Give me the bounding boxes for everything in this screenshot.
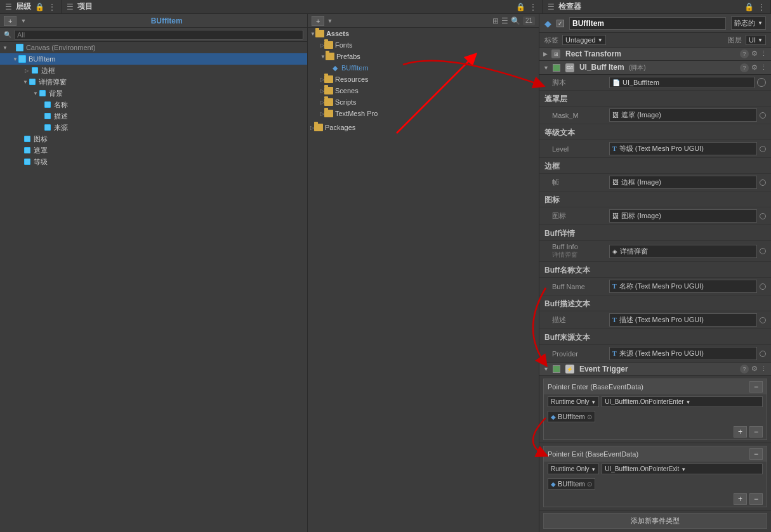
- project-item-resources[interactable]: ▷ Resources: [308, 74, 539, 85]
- pointer-enter-runtime-dropdown[interactable]: Runtime Only ▼: [548, 396, 599, 407]
- field-buff-name-circle[interactable]: [760, 283, 766, 290]
- tree-item-border[interactable]: ▷ 边框: [0, 65, 307, 76]
- field-buff-info-value[interactable]: ◈ 详情弹窗: [609, 245, 757, 258]
- field-frame-circle[interactable]: [760, 179, 766, 186]
- buff-source-icon: T: [612, 350, 617, 357]
- pointer-exit-remove-btn[interactable]: −: [749, 448, 763, 460]
- pointer-enter-object-field[interactable]: ◆ BUffItem ⊙: [548, 411, 595, 422]
- tree-item-source[interactable]: 来源: [0, 122, 307, 133]
- pointer-enter-obj-icon: ◆: [551, 413, 556, 420]
- field-buff-desc-value[interactable]: T 描述 (Text Mesh Pro UGUI): [609, 313, 757, 327]
- field-buff-desc-circle[interactable]: [760, 317, 766, 323]
- ui-buff-checkbox[interactable]: [553, 64, 560, 72]
- project-item-packages[interactable]: ▷ Packages: [308, 122, 539, 133]
- field-level-label: Level: [552, 145, 609, 153]
- ui-buff-item-header[interactable]: ▼ C# UI_Buff Item (脚本) ? ⚙ ⋮: [539, 61, 771, 75]
- pointer-enter-remove-btn[interactable]: −: [749, 381, 763, 393]
- tree-item-level[interactable]: 等级: [0, 156, 307, 167]
- background-arrow: ▼: [33, 91, 38, 96]
- layer-dropdown[interactable]: UI ▼: [746, 35, 766, 45]
- field-buff-name-label: Buff Name: [552, 283, 609, 290]
- rect-gear-icon: ⚙: [751, 49, 758, 58]
- field-level-value[interactable]: T 等级 (Text Mesh Pro UGUI): [609, 142, 757, 155]
- tree-item-detail-popup[interactable]: ▼ 详情弹窗: [0, 76, 307, 88]
- project-add-button[interactable]: +: [312, 16, 324, 26]
- field-icon: 图标 🖼 图标 (Image): [539, 207, 771, 225]
- pointer-exit-function-dropdown[interactable]: UI_BuffItem.OnPointerExit ▼: [602, 464, 763, 474]
- section-icon-field: 图标: [539, 191, 771, 207]
- field-level-text: 等级 (Text Mesh Pro UGUI): [619, 144, 704, 153]
- tag-value: Untagged: [565, 36, 596, 44]
- field-buff-name-value[interactable]: T 名称 (Text Mesh Pro UGUI): [609, 280, 757, 293]
- project-item-prefabs[interactable]: ▼ Prefabs: [308, 51, 539, 62]
- tree-item-icon-obj[interactable]: 图标: [0, 133, 307, 145]
- tree-item-desc[interactable]: 描述: [0, 110, 307, 122]
- tree-item-name[interactable]: 名称: [0, 99, 307, 110]
- field-icon-circle[interactable]: [760, 213, 766, 219]
- field-buff-source-circle[interactable]: [760, 351, 766, 357]
- icon-obj-icon: [23, 134, 32, 143]
- buffitem-prefab-label: BUffItem: [341, 64, 369, 72]
- project-toolbar-icons: ⊞ ☰ 🔍 21: [492, 16, 535, 25]
- section-mask-layer: 遮罩层: [539, 91, 771, 107]
- inspector-static-dropdown[interactable]: 静态的 ▼: [731, 16, 766, 30]
- project-item-fonts[interactable]: ▷ Fonts: [308, 39, 539, 51]
- project-icon1: ⊞: [492, 16, 499, 25]
- project-item-scripts[interactable]: ▷ Scripts: [308, 96, 539, 108]
- pointer-exit-remove-btn2[interactable]: −: [749, 493, 763, 505]
- field-buff-source-value[interactable]: T 来源 (Text Mesh Pro UGUI): [609, 347, 757, 360]
- level-icon-node: [23, 157, 32, 166]
- project-item-scenes[interactable]: ▷ Scenes: [308, 85, 539, 96]
- field-script-value[interactable]: 📄 UI_BuffItem: [609, 77, 755, 88]
- ui-buff-gear-icon: ⚙: [751, 63, 758, 72]
- add-event-button[interactable]: 添加新事件类型: [543, 513, 767, 529]
- event-trigger-header[interactable]: ▼ ⚡ Event Trigger ? ⚙ ⋮: [539, 363, 771, 376]
- project-item-assets-root[interactable]: ▼ Assets: [308, 28, 539, 39]
- field-icon-value[interactable]: 🖼 图标 (Image): [609, 209, 757, 223]
- inspector-panel-icon: ☰: [548, 3, 555, 11]
- project-icon2: ☰: [501, 16, 508, 25]
- field-script-label: 脚本: [552, 78, 609, 88]
- border-expand: ▷: [23, 68, 30, 74]
- tree-item-buffitem[interactable]: ▼ BUffItem: [0, 53, 307, 65]
- project-item-textmesh[interactable]: ▷ TextMesh Pro: [308, 108, 539, 119]
- hierarchy-search-input[interactable]: [14, 30, 303, 40]
- ui-buff-title: UI_Buff Item (脚本): [579, 63, 737, 72]
- runtime-arrow1: ▼: [591, 399, 596, 405]
- field-level-circle[interactable]: [760, 146, 766, 152]
- pointer-enter-function-dropdown[interactable]: UI_BuffItem.OnPointerEnter ▼: [602, 396, 763, 407]
- pointer-exit-add-btn[interactable]: +: [734, 493, 747, 505]
- pointer-exit-obj-icon: ◆: [551, 481, 556, 488]
- pointer-enter-remove-btn2[interactable]: −: [749, 426, 763, 438]
- event-pointer-exit: Pointer Exit (BaseEventData) − Runtime O…: [543, 446, 767, 507]
- event-trigger-checkbox[interactable]: [553, 365, 560, 373]
- field-mask-value[interactable]: 🖼 遮罩 (Image): [609, 108, 757, 122]
- tree-item-background[interactable]: ▼ 背景: [0, 88, 307, 99]
- tree-item-mask[interactable]: 遮罩: [0, 145, 307, 156]
- field-script-circle[interactable]: [757, 78, 766, 87]
- scenes-label: Scenes: [335, 87, 359, 94]
- pointer-exit-runtime-dropdown[interactable]: Runtime Only ▼: [548, 464, 599, 474]
- project-item-buffitem-prefab[interactable]: ◆ BUffItem: [308, 62, 539, 74]
- field-frame-value[interactable]: 🖼 边框 (Image): [609, 176, 757, 189]
- inspector-enabled-checkbox[interactable]: ✓: [557, 20, 564, 27]
- tag-dropdown[interactable]: Untagged ▼: [562, 35, 606, 45]
- field-buff-info-circle[interactable]: [760, 248, 766, 254]
- hierarchy-add-button[interactable]: +: [4, 16, 16, 26]
- ui-buff-sub-label: (脚本): [629, 64, 646, 71]
- project-lock-icon: 🔒: [516, 3, 525, 11]
- prefabs-arrow: ▼: [320, 54, 326, 60]
- field-script: 脚本 📄 UI_BuffItem: [539, 75, 771, 91]
- hierarchy-tab-title: 层级: [16, 1, 31, 12]
- inspector-object-name-input[interactable]: [569, 17, 726, 30]
- pointer-enter-add-btn[interactable]: +: [734, 426, 747, 438]
- tree-item-canvas[interactable]: ▼ Canvas (Environment): [0, 42, 307, 53]
- field-buff-info-label: Buff Info详情弹窗: [552, 243, 609, 259]
- field-mask-circle[interactable]: [760, 112, 766, 119]
- source-icon: [43, 123, 52, 132]
- pointer-exit-object-field[interactable]: ◆ BUffItem ⊙: [548, 478, 595, 490]
- detail-popup-arrow: ▼: [23, 79, 28, 85]
- event-gear-icon: ⚙: [751, 365, 758, 373]
- main-container: + ▼ BUffItem 🔍 ▼ Canvas (Environment) ▼ …: [0, 14, 771, 532]
- component-rect-transform[interactable]: ▶ ⊞ Rect Transform ? ⚙ ⋮: [539, 48, 771, 61]
